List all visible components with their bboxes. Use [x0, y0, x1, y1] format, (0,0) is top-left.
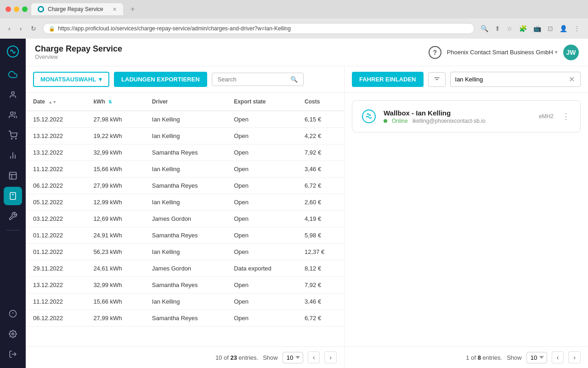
help-button[interactable]: ?: [429, 46, 441, 59]
search-browser-button[interactable]: 🔍: [478, 23, 491, 34]
chevron-down-icon: ▾: [555, 49, 558, 55]
address-bar[interactable]: 🔒 https://app.proficloud.io/services/cha…: [43, 23, 475, 34]
sidebar-item-user[interactable]: [4, 86, 22, 104]
table-row[interactable]: 15.12.2022 27,98 kWh Ian Kelling Open 6,…: [26, 111, 344, 128]
cell-kwh: 12,69 kWh: [86, 211, 144, 227]
filter-icon-button[interactable]: [428, 72, 446, 87]
col-date[interactable]: Date ▲▼: [26, 93, 86, 111]
tab-close-button[interactable]: ✕: [113, 6, 117, 12]
col-export-state[interactable]: Export state: [226, 93, 297, 111]
wallbox-card: Wallbox - Ian Kelling Online ikelling@ph…: [352, 100, 581, 132]
table-pagination: 10 of 23 entries. Show 10 25 50 ‹ ›: [26, 346, 344, 368]
sidebar-item-charge[interactable]: [4, 187, 22, 205]
wallbox-status: Online: [392, 118, 408, 124]
cell-driver: Ian Kelling: [145, 293, 226, 310]
sidebar-item-logout[interactable]: [4, 345, 22, 363]
col-kwh[interactable]: kWh ⇅: [86, 93, 144, 111]
traffic-lights: [6, 6, 28, 12]
cell-export-state: Open: [226, 244, 297, 260]
cell-driver: Samantha Reyes: [145, 277, 226, 293]
cell-driver: Ian Kelling: [145, 111, 226, 128]
cell-date: 13.12.2022: [26, 128, 86, 144]
month-select-button[interactable]: MONATSAUSWAHL ▾: [33, 72, 109, 87]
table-row[interactable]: 13.12.2022 32,99 kWh Samantha Reyes Open…: [26, 144, 344, 161]
cell-date: 05.12.2022: [26, 194, 86, 211]
sidebar-item-cloud[interactable]: [4, 65, 22, 84]
driver-search-input[interactable]: [455, 76, 565, 83]
cell-kwh: 15,66 kWh: [86, 161, 144, 178]
prev-page-button[interactable]: ‹: [308, 351, 320, 363]
org-name[interactable]: Phoenix Contact Smart Business GmbH ▾: [447, 49, 558, 56]
left-toolbar: MONATSAUSWAHL ▾ LADUNGEN EXPORTIEREN 🔍: [26, 66, 344, 93]
right-next-page-button[interactable]: ›: [568, 351, 581, 363]
bookmark-button[interactable]: ☆: [504, 23, 515, 34]
cell-kwh: 19,22 kWh: [86, 128, 144, 144]
sidebar-item-info[interactable]: [4, 305, 22, 323]
cell-kwh: 24,61 kWh: [86, 260, 144, 277]
browser-tab[interactable]: Charge Repay Service ✕: [31, 3, 123, 15]
close-button[interactable]: [6, 6, 11, 12]
sidebar-item-analytics[interactable]: [4, 146, 22, 165]
refresh-button[interactable]: ↻: [28, 23, 39, 34]
cell-kwh: 32,99 kWh: [86, 277, 144, 293]
table-row[interactable]: 29.11.2022 24,61 kWh James Gordon Data e…: [26, 260, 344, 277]
invite-driver-button[interactable]: FAHRER EINLADEN: [352, 72, 424, 87]
sidebar-item-settings[interactable]: [4, 325, 22, 343]
cell-costs: 6,72 €: [297, 178, 344, 194]
table-row[interactable]: 13.12.2022 19,22 kWh Ian Kelling Open 4,…: [26, 128, 344, 144]
charges-table-container: Date ▲▼ kWh ⇅ Driver Export state: [26, 93, 344, 346]
cell-export-state: Open: [226, 144, 297, 161]
minimize-button[interactable]: [14, 6, 19, 12]
col-driver[interactable]: Driver: [145, 93, 226, 111]
new-tab-button[interactable]: +: [127, 4, 138, 14]
right-page-size-select[interactable]: 10 25: [526, 352, 547, 363]
split-view-button[interactable]: ⊡: [545, 23, 555, 34]
cell-kwh: 12,99 kWh: [86, 194, 144, 211]
table-row[interactable]: 01.12.2022 56,23 kWh Ian Kelling Open 12…: [26, 244, 344, 260]
table-row[interactable]: 01.12.2022 24,91 kWh Samantha Reyes Open…: [26, 227, 344, 244]
cast-button[interactable]: 📺: [531, 23, 543, 34]
user-avatar[interactable]: JW: [563, 45, 579, 60]
cell-export-state: Open: [226, 194, 297, 211]
table-row[interactable]: 03.12.2022 12,69 kWh James Gordon Open 4…: [26, 211, 344, 227]
table-row[interactable]: 13.12.2022 32,99 kWh Samantha Reyes Open…: [26, 277, 344, 293]
extensions-button[interactable]: 🧩: [517, 23, 529, 34]
share-button[interactable]: ⬆: [492, 23, 503, 34]
maximize-button[interactable]: [22, 6, 28, 12]
table-row[interactable]: 11.12.2022 15,66 kWh Ian Kelling Open 3,…: [26, 161, 344, 178]
table-row[interactable]: 06.12.2022 27,99 kWh Samantha Reyes Open…: [26, 310, 344, 327]
svg-point-2: [11, 92, 14, 94]
table-row[interactable]: 05.12.2022 12,99 kWh Ian Kelling Open 2,…: [26, 194, 344, 211]
table-row[interactable]: 06.12.2022 27,99 kWh Samantha Reyes Open…: [26, 178, 344, 194]
cell-kwh: 24,91 kWh: [86, 227, 144, 244]
col-costs[interactable]: Costs: [297, 93, 344, 111]
cell-date: 11.12.2022: [26, 161, 86, 178]
profile-button[interactable]: 👤: [557, 23, 570, 34]
export-button[interactable]: LADUNGEN EXPORTIEREN: [114, 72, 207, 87]
cell-date: 11.12.2022: [26, 293, 86, 310]
sidebar-divider: [6, 230, 20, 230]
app-logo[interactable]: [5, 43, 21, 60]
cell-kwh: 27,98 kWh: [86, 111, 144, 128]
cell-export-state: Data exported: [226, 260, 297, 277]
menu-button[interactable]: ⋮: [571, 23, 582, 34]
right-show-label: Show: [507, 354, 522, 361]
sidebar-item-tools[interactable]: [4, 207, 22, 225]
clear-search-button[interactable]: ✕: [568, 75, 576, 84]
cell-driver: Samantha Reyes: [145, 310, 226, 327]
sidebar-item-cart[interactable]: [4, 126, 22, 144]
next-page-button[interactable]: ›: [324, 351, 337, 363]
sidebar-item-chart[interactable]: [4, 167, 22, 185]
sidebar-item-users[interactable]: [4, 106, 22, 124]
back-button[interactable]: ‹: [6, 23, 13, 34]
right-pagination-info: 1 of 8 entries.: [466, 354, 502, 361]
right-prev-page-button[interactable]: ‹: [552, 351, 564, 363]
search-input[interactable]: [218, 76, 287, 83]
table-body: 15.12.2022 27,98 kWh Ian Kelling Open 6,…: [26, 111, 344, 327]
cell-date: 01.12.2022: [26, 227, 86, 244]
wallbox-menu-button[interactable]: ⋮: [559, 110, 573, 122]
cell-driver: Ian Kelling: [145, 128, 226, 144]
page-size-select[interactable]: 10 25 50: [283, 352, 303, 363]
forward-button[interactable]: ›: [17, 23, 25, 34]
table-row[interactable]: 11.12.2022 15,66 kWh Ian Kelling Open 3,…: [26, 293, 344, 310]
